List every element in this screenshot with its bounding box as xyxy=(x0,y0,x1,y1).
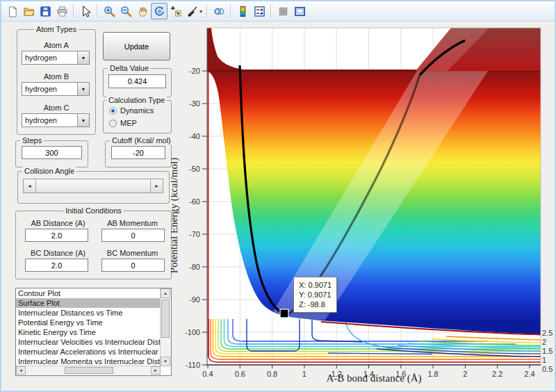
svg-text:2.4: 2.4 xyxy=(524,370,534,378)
svg-text:1.5: 1.5 xyxy=(542,347,553,355)
steps-panel: Steps xyxy=(15,140,88,168)
plot-type-listbox: Contour Plot Surface Plot Internuclear D… xyxy=(15,288,172,376)
radio-mep[interactable]: MEP xyxy=(109,119,137,127)
svg-text:-50: -50 xyxy=(189,165,200,173)
bc-distance-field[interactable] xyxy=(25,259,88,272)
svg-text:0.8: 0.8 xyxy=(267,370,277,378)
plot-tools-off-icon[interactable] xyxy=(275,3,291,19)
list-item[interactable]: Internuclear Momenta vs Internuclear Dis… xyxy=(16,357,161,366)
panel-title: Atom Types xyxy=(34,25,79,33)
link-plots-icon[interactable] xyxy=(211,3,227,19)
app-window: { "icons": { "dropdown_arrow": "▼", "scr… xyxy=(0,0,556,392)
delta-value-field[interactable] xyxy=(108,74,166,88)
list-item[interactable]: Contour Plot xyxy=(16,288,161,298)
pointer-icon[interactable] xyxy=(77,3,94,19)
update-button[interactable]: Update xyxy=(103,32,170,60)
ab-momentum-field[interactable] xyxy=(101,229,165,242)
vertical-scrollbar[interactable]: ▲ ▼ xyxy=(160,288,171,366)
radio-mep-label: MEP xyxy=(120,119,137,127)
atom-types-panel: Atom Types Atom A hydrogen ▼ Atom B hydr… xyxy=(17,29,96,135)
svg-text:0.4: 0.4 xyxy=(202,370,213,378)
rotate-3d-icon[interactable] xyxy=(151,3,167,19)
ab-distance-field[interactable] xyxy=(25,229,88,242)
insert-colorbar-icon[interactable] xyxy=(234,3,251,19)
svg-text:-90: -90 xyxy=(189,295,200,304)
dropdown-arrow-icon[interactable]: ▼ xyxy=(77,51,89,64)
bc-momentum-field[interactable] xyxy=(101,259,165,272)
radio-dynamics[interactable]: Dynamics xyxy=(109,106,154,115)
cutoff-field[interactable] xyxy=(111,146,165,159)
cutoff-panel: Cutoff (Kcal/ mol) xyxy=(105,140,172,168)
panel-title: Initial Conditions xyxy=(63,206,124,215)
zoom-out-icon[interactable] xyxy=(117,3,134,19)
print-icon[interactable] xyxy=(54,3,70,19)
svg-text:-60: -60 xyxy=(189,197,200,206)
datatip-marker[interactable] xyxy=(280,309,288,318)
collision-angle-panel: Collision Angle ◄ ► xyxy=(17,171,170,204)
dropdown-arrow-icon[interactable]: ▼ xyxy=(77,83,89,95)
atom-b-value: hydrogen xyxy=(22,83,77,95)
svg-text:-100: -100 xyxy=(185,328,200,336)
plot-type-items: Contour Plot Surface Plot Internuclear D… xyxy=(16,288,161,366)
svg-text:2: 2 xyxy=(463,370,467,378)
brush-caret-icon[interactable]: ▾ xyxy=(199,8,202,15)
zoom-in-icon[interactable] xyxy=(101,3,117,19)
list-item[interactable]: Internuclear Velocities vs Internuclear … xyxy=(16,337,161,347)
datatip-z: Z: -98.8 xyxy=(299,300,332,309)
list-item[interactable]: Internuclear Accelerations vs Internucle… xyxy=(16,347,161,357)
svg-text:0.5: 0.5 xyxy=(542,365,553,373)
slider-thumb[interactable] xyxy=(35,179,151,193)
atom-c-select[interactable]: hydrogen ▼ xyxy=(22,113,90,127)
list-item[interactable]: Kinetic Energy vs Time xyxy=(16,327,161,337)
data-cursor-icon[interactable] xyxy=(167,3,184,19)
slider-left-arrow-icon[interactable]: ◄ xyxy=(24,179,35,193)
delta-value-panel: Delta Value xyxy=(103,68,172,97)
scroll-left-icon[interactable]: ◄ xyxy=(16,366,26,375)
atom-b-select[interactable]: hydrogen ▼ xyxy=(22,82,90,96)
atom-a-value: hydrogen xyxy=(22,51,77,64)
svg-text:2.2: 2.2 xyxy=(492,370,502,378)
radio-selected-icon[interactable] xyxy=(109,107,117,115)
svg-text:1.8: 1.8 xyxy=(427,370,438,378)
toolbar-separator xyxy=(97,4,98,18)
datatip-x: X: 0.9071 xyxy=(299,280,332,290)
scroll-up-icon[interactable]: ▲ xyxy=(161,288,170,298)
datatip-y: Y: 0.9071 xyxy=(299,290,332,300)
panel-title: Collision Angle xyxy=(22,167,76,175)
dropdown-arrow-icon[interactable]: ▼ xyxy=(77,114,89,126)
ab-distance-label: AB Distance (A) xyxy=(22,219,95,227)
open-file-icon[interactable] xyxy=(20,3,37,19)
radio-unselected-icon[interactable] xyxy=(109,120,117,127)
save-icon[interactable] xyxy=(37,3,54,19)
panel-title: Calculation Type xyxy=(106,96,167,104)
collision-angle-slider[interactable]: ◄ ► xyxy=(23,179,163,193)
svg-text:1: 1 xyxy=(302,370,306,378)
initial-conditions-panel: Initial Conditions AB Distance (A) AB Mo… xyxy=(15,211,172,279)
slider-right-arrow-icon[interactable]: ► xyxy=(151,179,163,193)
bc-momentum-label: BC Momentum xyxy=(99,249,165,257)
scroll-right-icon[interactable]: ► xyxy=(151,366,161,375)
list-item-selected[interactable]: Surface Plot xyxy=(16,298,161,308)
insert-legend-icon[interactable] xyxy=(251,3,268,19)
brush-icon[interactable] xyxy=(184,3,201,19)
surface-plot-canvas[interactable]: 0.40.60.811.21.41.61.822.22.4-20-30-40-5… xyxy=(171,22,556,392)
panel-title: Steps xyxy=(20,136,44,145)
svg-text:-110: -110 xyxy=(186,361,200,369)
horizontal-scrollbar[interactable]: ◄ ► xyxy=(16,366,161,375)
plot-tools-on-icon[interactable] xyxy=(291,3,308,19)
toolbar-separator xyxy=(73,4,74,18)
svg-text:-20: -20 xyxy=(189,67,200,75)
steps-field[interactable] xyxy=(22,146,82,159)
surface-plot-svg[interactable]: 0.40.60.811.21.41.61.822.22.4-20-30-40-5… xyxy=(171,22,556,392)
hscroll-thumb[interactable] xyxy=(65,367,113,374)
svg-text:-40: -40 xyxy=(189,132,200,140)
atom-a-select[interactable]: hydrogen ▼ xyxy=(22,51,90,65)
datatip-box[interactable]: X: 0.9071 Y: 0.9071 Z: -98.8 xyxy=(293,277,337,313)
vscroll-thumb[interactable] xyxy=(161,300,170,338)
list-item[interactable]: Potential Energy vs Time xyxy=(16,318,161,327)
toolbar-separator xyxy=(270,4,272,18)
new-document-icon[interactable] xyxy=(3,3,20,19)
list-item[interactable]: Internuclear Distances vs Time xyxy=(16,308,161,318)
pan-icon[interactable] xyxy=(134,3,151,19)
scroll-down-icon[interactable]: ▼ xyxy=(161,357,170,366)
